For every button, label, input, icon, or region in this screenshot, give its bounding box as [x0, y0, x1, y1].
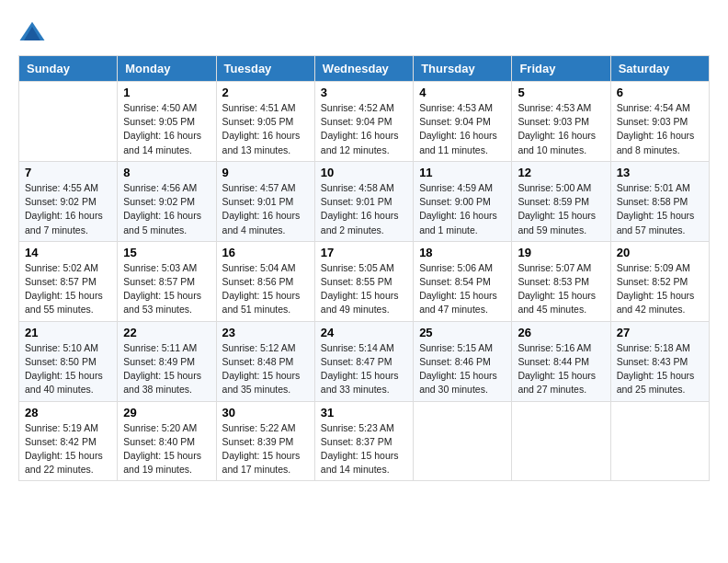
- day-info: Sunrise: 5:23 AMSunset: 8:37 PMDaylight:…: [321, 421, 407, 477]
- day-number: 14: [25, 246, 111, 259]
- day-number: 8: [123, 166, 210, 179]
- day-info: Sunrise: 5:11 AMSunset: 8:49 PMDaylight:…: [123, 341, 210, 397]
- column-header-wednesday: Wednesday: [314, 56, 413, 82]
- calendar-week-row: 21Sunrise: 5:10 AMSunset: 8:50 PMDayligh…: [19, 321, 710, 401]
- empty-cell: [512, 401, 610, 481]
- logo-icon: [18, 18, 46, 46]
- day-number: 24: [321, 326, 407, 339]
- calendar-day-cell: 3Sunrise: 4:52 AMSunset: 9:04 PMDaylight…: [314, 82, 413, 162]
- calendar-day-cell: 15Sunrise: 5:03 AMSunset: 8:57 PMDayligh…: [118, 241, 216, 321]
- calendar-week-row: 28Sunrise: 5:19 AMSunset: 8:42 PMDayligh…: [19, 401, 710, 481]
- calendar-day-cell: 26Sunrise: 5:16 AMSunset: 8:44 PMDayligh…: [512, 321, 610, 401]
- calendar-week-row: 7Sunrise: 4:55 AMSunset: 9:02 PMDaylight…: [19, 161, 710, 241]
- column-header-saturday: Saturday: [610, 56, 709, 82]
- calendar-header-row: SundayMondayTuesdayWednesdayThursdayFrid…: [19, 56, 710, 82]
- day-number: 19: [518, 246, 604, 259]
- day-info: Sunrise: 5:00 AMSunset: 8:59 PMDaylight:…: [518, 181, 604, 237]
- day-info: Sunrise: 5:01 AMSunset: 8:58 PMDaylight:…: [617, 181, 703, 237]
- day-info: Sunrise: 5:15 AMSunset: 8:46 PMDaylight:…: [419, 341, 506, 397]
- column-header-sunday: Sunday: [19, 56, 118, 82]
- day-number: 26: [518, 326, 604, 339]
- day-info: Sunrise: 5:04 AMSunset: 8:56 PMDaylight:…: [222, 261, 309, 317]
- day-info: Sunrise: 4:53 AMSunset: 9:03 PMDaylight:…: [518, 101, 604, 157]
- day-number: 5: [518, 86, 604, 99]
- calendar-day-cell: 22Sunrise: 5:11 AMSunset: 8:49 PMDayligh…: [118, 321, 216, 401]
- day-info: Sunrise: 5:18 AMSunset: 8:43 PMDaylight:…: [617, 341, 703, 397]
- day-number: 13: [617, 166, 703, 179]
- column-header-monday: Monday: [118, 56, 216, 82]
- calendar-day-cell: 9Sunrise: 4:57 AMSunset: 9:01 PMDaylight…: [216, 161, 314, 241]
- calendar-day-cell: 30Sunrise: 5:22 AMSunset: 8:39 PMDayligh…: [216, 401, 314, 481]
- day-number: 1: [123, 86, 210, 99]
- calendar-table: SundayMondayTuesdayWednesdayThursdayFrid…: [18, 55, 710, 481]
- day-info: Sunrise: 4:59 AMSunset: 9:00 PMDaylight:…: [419, 181, 506, 237]
- calendar-day-cell: 17Sunrise: 5:05 AMSunset: 8:55 PMDayligh…: [314, 241, 413, 321]
- calendar-day-cell: 7Sunrise: 4:55 AMSunset: 9:02 PMDaylight…: [19, 161, 118, 241]
- day-number: 4: [419, 86, 506, 99]
- day-info: Sunrise: 5:16 AMSunset: 8:44 PMDaylight:…: [518, 341, 604, 397]
- calendar-day-cell: 10Sunrise: 4:58 AMSunset: 9:01 PMDayligh…: [314, 161, 413, 241]
- day-info: Sunrise: 4:57 AMSunset: 9:01 PMDaylight:…: [222, 181, 309, 237]
- day-number: 31: [321, 406, 407, 419]
- day-number: 18: [419, 246, 506, 259]
- day-number: 6: [617, 86, 703, 99]
- calendar-week-row: 14Sunrise: 5:02 AMSunset: 8:57 PMDayligh…: [19, 241, 710, 321]
- day-info: Sunrise: 4:58 AMSunset: 9:01 PMDaylight:…: [321, 181, 407, 237]
- day-info: Sunrise: 5:20 AMSunset: 8:40 PMDaylight:…: [123, 421, 210, 477]
- day-info: Sunrise: 5:19 AMSunset: 8:42 PMDaylight:…: [25, 421, 111, 477]
- day-number: 28: [25, 406, 111, 419]
- logo: [18, 18, 50, 46]
- day-number: 21: [25, 326, 111, 339]
- calendar-day-cell: 18Sunrise: 5:06 AMSunset: 8:54 PMDayligh…: [414, 241, 512, 321]
- calendar-day-cell: 20Sunrise: 5:09 AMSunset: 8:52 PMDayligh…: [610, 241, 709, 321]
- calendar-day-cell: 6Sunrise: 4:54 AMSunset: 9:03 PMDaylight…: [610, 82, 709, 162]
- day-info: Sunrise: 5:03 AMSunset: 8:57 PMDaylight:…: [123, 261, 210, 317]
- empty-cell: [414, 401, 512, 481]
- calendar-day-cell: 1Sunrise: 4:50 AMSunset: 9:05 PMDaylight…: [118, 82, 216, 162]
- day-info: Sunrise: 5:10 AMSunset: 8:50 PMDaylight:…: [25, 341, 111, 397]
- calendar-week-row: 1Sunrise: 4:50 AMSunset: 9:05 PMDaylight…: [19, 82, 710, 162]
- day-info: Sunrise: 4:54 AMSunset: 9:03 PMDaylight:…: [617, 101, 703, 157]
- calendar-day-cell: 11Sunrise: 4:59 AMSunset: 9:00 PMDayligh…: [414, 161, 512, 241]
- day-number: 29: [123, 406, 210, 419]
- day-number: 3: [321, 86, 407, 99]
- calendar-day-cell: 4Sunrise: 4:53 AMSunset: 9:04 PMDaylight…: [414, 82, 512, 162]
- day-number: 22: [123, 326, 210, 339]
- day-info: Sunrise: 4:50 AMSunset: 9:05 PMDaylight:…: [123, 101, 210, 157]
- calendar-day-cell: 29Sunrise: 5:20 AMSunset: 8:40 PMDayligh…: [118, 401, 216, 481]
- day-info: Sunrise: 4:55 AMSunset: 9:02 PMDaylight:…: [25, 181, 111, 237]
- calendar-day-cell: 8Sunrise: 4:56 AMSunset: 9:02 PMDaylight…: [118, 161, 216, 241]
- day-number: 30: [222, 406, 309, 419]
- calendar-day-cell: 28Sunrise: 5:19 AMSunset: 8:42 PMDayligh…: [19, 401, 118, 481]
- calendar-day-cell: 14Sunrise: 5:02 AMSunset: 8:57 PMDayligh…: [19, 241, 118, 321]
- calendar-day-cell: 27Sunrise: 5:18 AMSunset: 8:43 PMDayligh…: [610, 321, 709, 401]
- day-info: Sunrise: 4:56 AMSunset: 9:02 PMDaylight:…: [123, 181, 210, 237]
- day-info: Sunrise: 4:51 AMSunset: 9:05 PMDaylight:…: [222, 101, 309, 157]
- calendar-day-cell: 23Sunrise: 5:12 AMSunset: 8:48 PMDayligh…: [216, 321, 314, 401]
- page-header: [18, 18, 710, 46]
- day-number: 11: [419, 166, 506, 179]
- calendar-day-cell: 25Sunrise: 5:15 AMSunset: 8:46 PMDayligh…: [414, 321, 512, 401]
- day-number: 20: [617, 246, 703, 259]
- day-number: 9: [222, 166, 309, 179]
- calendar-day-cell: 2Sunrise: 4:51 AMSunset: 9:05 PMDaylight…: [216, 82, 314, 162]
- day-number: 16: [222, 246, 309, 259]
- day-number: 12: [518, 166, 604, 179]
- day-info: Sunrise: 5:07 AMSunset: 8:53 PMDaylight:…: [518, 261, 604, 317]
- column-header-friday: Friday: [512, 56, 610, 82]
- day-number: 15: [123, 246, 210, 259]
- day-info: Sunrise: 4:52 AMSunset: 9:04 PMDaylight:…: [321, 101, 407, 157]
- day-number: 2: [222, 86, 309, 99]
- day-number: 25: [419, 326, 506, 339]
- day-number: 27: [617, 326, 703, 339]
- calendar-day-cell: 21Sunrise: 5:10 AMSunset: 8:50 PMDayligh…: [19, 321, 118, 401]
- day-info: Sunrise: 5:06 AMSunset: 8:54 PMDaylight:…: [419, 261, 506, 317]
- day-info: Sunrise: 4:53 AMSunset: 9:04 PMDaylight:…: [419, 101, 506, 157]
- day-info: Sunrise: 5:02 AMSunset: 8:57 PMDaylight:…: [25, 261, 111, 317]
- column-header-thursday: Thursday: [414, 56, 512, 82]
- empty-cell: [610, 401, 709, 481]
- calendar-day-cell: 16Sunrise: 5:04 AMSunset: 8:56 PMDayligh…: [216, 241, 314, 321]
- day-number: 7: [25, 166, 111, 179]
- day-number: 23: [222, 326, 309, 339]
- calendar-day-cell: 13Sunrise: 5:01 AMSunset: 8:58 PMDayligh…: [610, 161, 709, 241]
